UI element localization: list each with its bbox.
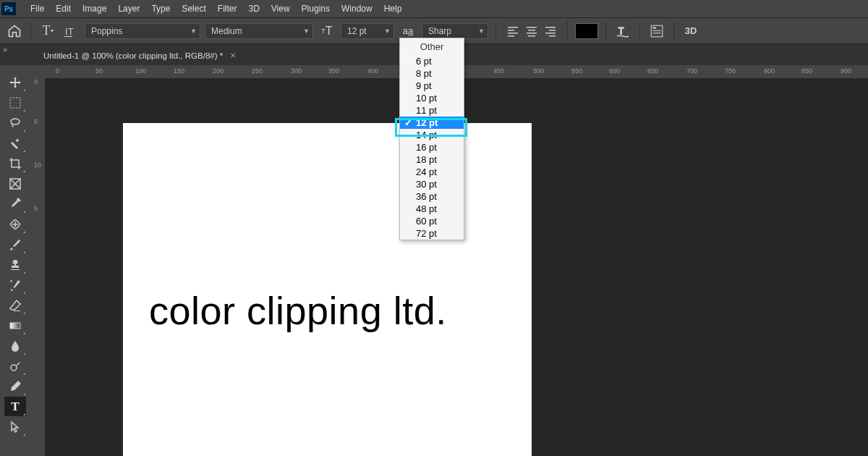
- svg-rect-16: [652, 30, 660, 30]
- font-size-menu-header[interactable]: Other: [400, 38, 464, 55]
- menu-filter[interactable]: Filter: [212, 4, 243, 14]
- font-size-option[interactable]: 11 pt: [400, 104, 464, 117]
- svg-text:I̲T̲: I̲T̲: [64, 27, 74, 37]
- antialiasing-dropdown[interactable]: Sharp▼: [422, 23, 488, 39]
- 3d-button[interactable]: 3D: [681, 22, 700, 41]
- font-size-option[interactable]: 14 pt: [400, 129, 464, 141]
- marquee-tool[interactable]: [4, 93, 26, 112]
- svg-rect-4: [508, 35, 514, 37]
- font-family-dropdown[interactable]: Poppins▼: [85, 23, 200, 39]
- font-size-option-selected[interactable]: 12 pt: [400, 117, 464, 129]
- svg-text:T: T: [618, 26, 624, 36]
- svg-rect-12: [549, 35, 556, 37]
- healing-tool[interactable]: [4, 214, 26, 234]
- align-center-button[interactable]: [522, 23, 541, 39]
- font-size-option[interactable]: 10 pt: [400, 92, 464, 104]
- menu-bar: Ps File Edit Image Layer Type Select Fil…: [0, 0, 868, 17]
- lasso-tool[interactable]: [4, 113, 26, 132]
- menu-image[interactable]: Image: [77, 4, 112, 14]
- document-tab[interactable]: Untitled-1 @ 100% (color clipping ltd., …: [36, 46, 243, 65]
- menu-help[interactable]: Help: [378, 4, 408, 14]
- svg-rect-5: [527, 27, 537, 28]
- text-orientation-icon[interactable]: I̲T̲: [61, 22, 80, 41]
- font-size-menu: Other 6 pt 8 pt 9 pt 10 pt 11 pt 12 pt 1…: [399, 38, 464, 240]
- svg-rect-9: [545, 27, 556, 28]
- menu-plugins[interactable]: Plugins: [296, 4, 336, 14]
- warp-text-icon[interactable]: T: [613, 22, 632, 41]
- menu-view[interactable]: View: [265, 4, 296, 14]
- menu-window[interactable]: Window: [336, 4, 378, 14]
- type-tool[interactable]: T: [4, 397, 26, 416]
- chevron-down-icon: ▼: [190, 28, 197, 35]
- eyedropper-tool[interactable]: [4, 194, 26, 214]
- svg-point-28: [11, 365, 17, 371]
- gradient-tool[interactable]: [4, 316, 26, 335]
- crop-tool[interactable]: [4, 153, 26, 173]
- font-size-dropdown[interactable]: 12 pt▼: [341, 23, 394, 39]
- font-size-option[interactable]: 60 pt: [400, 215, 464, 227]
- font-size-option[interactable]: 16 pt: [400, 141, 464, 153]
- antialiasing-value: Sharp: [428, 26, 451, 36]
- svg-point-19: [11, 119, 20, 124]
- brush-tool[interactable]: [4, 235, 26, 254]
- dodge-tool[interactable]: [4, 356, 26, 376]
- svg-rect-8: [528, 35, 535, 37]
- svg-rect-11: [545, 33, 556, 34]
- font-size-option[interactable]: 6 pt: [400, 55, 464, 67]
- font-size-option[interactable]: 8 pt: [400, 67, 464, 80]
- align-right-button[interactable]: [541, 23, 560, 39]
- menu-layer[interactable]: Layer: [112, 4, 145, 14]
- font-weight-value: Medium: [211, 26, 242, 36]
- font-family-value: Poppins: [91, 26, 122, 36]
- chevron-down-icon: ▼: [303, 28, 310, 35]
- font-size-option[interactable]: 18 pt: [400, 153, 464, 166]
- pen-tool[interactable]: [4, 376, 26, 396]
- stamp-tool[interactable]: [4, 255, 26, 274]
- vertical-ruler[interactable]: 0 5 10 5: [30, 78, 45, 456]
- text-color-swatch[interactable]: [575, 23, 598, 39]
- svg-rect-6: [528, 30, 535, 31]
- font-size-option[interactable]: 72 pt: [400, 227, 464, 240]
- menu-type[interactable]: Type: [145, 4, 176, 14]
- align-left-button[interactable]: [503, 23, 522, 39]
- font-size-option[interactable]: 9 pt: [400, 80, 464, 92]
- path-selection-tool[interactable]: [4, 417, 26, 436]
- svg-rect-17: [652, 33, 660, 33]
- svg-rect-18: [10, 98, 20, 108]
- tools-panel: T: [0, 65, 30, 456]
- menu-3d[interactable]: 3D: [242, 4, 265, 14]
- ruler-origin[interactable]: [30, 65, 45, 78]
- font-weight-dropdown[interactable]: Medium▼: [205, 23, 313, 39]
- eraser-tool[interactable]: [4, 295, 26, 315]
- home-icon[interactable]: [6, 22, 23, 40]
- document-canvas[interactable]: color clipping ltd.: [123, 123, 532, 456]
- panel-toggle-icon[interactable]: [647, 22, 666, 41]
- blur-tool[interactable]: [4, 336, 26, 355]
- font-size-option[interactable]: 36 pt: [400, 190, 464, 203]
- svg-rect-3: [508, 33, 518, 34]
- frame-tool[interactable]: [4, 174, 26, 193]
- svg-rect-7: [527, 33, 537, 34]
- chevron-down-icon: ▼: [478, 28, 485, 35]
- menu-file[interactable]: File: [25, 4, 50, 14]
- font-size-icon: TT: [318, 22, 336, 41]
- expand-panels-icon[interactable]: »: [0, 43, 10, 55]
- svg-rect-26: [10, 323, 20, 329]
- history-brush-tool[interactable]: [4, 275, 26, 295]
- app-logo: Ps: [1, 2, 16, 15]
- menu-edit[interactable]: Edit: [50, 4, 77, 14]
- document-tab-title: Untitled-1 @ 100% (color clipping ltd., …: [43, 51, 223, 60]
- type-tool-icon[interactable]: T▾: [38, 22, 57, 41]
- svg-rect-2: [508, 30, 514, 31]
- font-size-option[interactable]: 24 pt: [400, 166, 464, 178]
- svg-rect-10: [549, 30, 556, 31]
- chevron-down-icon: ▼: [384, 28, 391, 35]
- menu-select[interactable]: Select: [176, 4, 211, 14]
- canvas-text-layer[interactable]: color clipping ltd.: [149, 288, 447, 333]
- move-tool[interactable]: [4, 72, 26, 92]
- font-size-option[interactable]: 30 pt: [400, 178, 464, 190]
- magic-wand-tool[interactable]: [4, 133, 26, 153]
- font-size-option[interactable]: 48 pt: [400, 203, 464, 215]
- close-tab-icon[interactable]: ×: [230, 50, 236, 61]
- svg-rect-1: [508, 27, 518, 28]
